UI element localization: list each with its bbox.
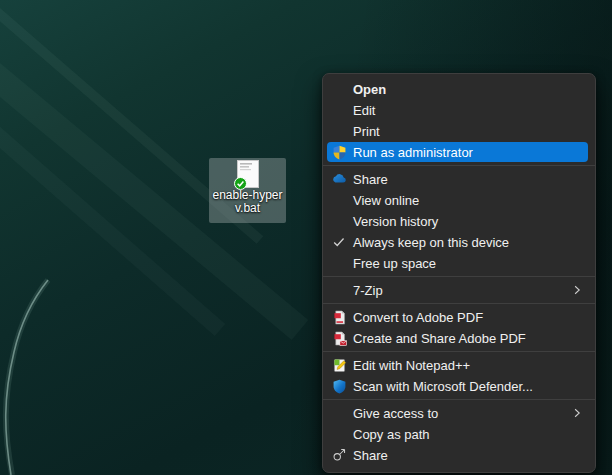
onedrive-cloud-icon <box>331 171 347 187</box>
menu-separator <box>323 276 595 277</box>
context-menu: Open Edit Print Run as administrator Sha… <box>322 73 596 473</box>
check-icon <box>331 234 347 250</box>
menu-item-icon <box>331 102 347 118</box>
menu-item-open[interactable]: Open <box>327 79 588 99</box>
uac-shield-icon <box>331 144 347 160</box>
menu-item-give-access-to[interactable]: Give access to <box>327 403 588 423</box>
menu-separator <box>323 303 595 304</box>
menu-item-always-keep-on-this-device[interactable]: Always keep on this device <box>327 232 588 252</box>
menu-item-icon <box>331 213 347 229</box>
menu-item-run-as-administrator[interactable]: Run as administrator <box>327 142 588 162</box>
menu-item-scan-with-microsoft-defender[interactable]: Scan with Microsoft Defender... <box>327 376 588 396</box>
menu-item-label: Free up space <box>353 256 436 271</box>
menu-item-label: Always keep on this device <box>353 235 509 250</box>
share-icon <box>331 447 347 463</box>
menu-item-icon <box>331 123 347 139</box>
menu-separator <box>323 399 595 400</box>
menu-item-label: 7-Zip <box>353 283 383 298</box>
menu-item-view-online[interactable]: View online <box>327 190 588 210</box>
menu-item-version-history[interactable]: Version history <box>327 211 588 231</box>
defender-shield-icon <box>331 378 347 394</box>
adobe-pdf-share-icon <box>331 330 347 346</box>
menu-item-7-zip[interactable]: 7-Zip <box>327 280 588 300</box>
file-label-line2: v.bat <box>201 202 294 215</box>
menu-item-share[interactable]: Share <box>327 445 588 465</box>
file-label: enable-hyper v.bat <box>201 189 294 215</box>
menu-item-label: Copy as path <box>353 427 430 442</box>
notepadpp-icon <box>331 357 347 373</box>
menu-item-label: Scan with Microsoft Defender... <box>353 379 533 394</box>
menu-separator <box>323 165 595 166</box>
menu-item-label: Give access to <box>353 406 438 421</box>
file-enable-hyperv-bat[interactable]: enable-hyper v.bat <box>209 158 286 223</box>
menu-item-print[interactable]: Print <box>327 121 588 141</box>
menu-item-label: Run as administrator <box>353 145 473 160</box>
menu-separator <box>323 351 595 352</box>
menu-item-icon <box>331 282 347 298</box>
menu-item-label: Print <box>353 124 380 139</box>
menu-item-label: Edit with Notepad++ <box>353 358 470 373</box>
menu-item-label: View online <box>353 193 419 208</box>
menu-item-copy-as-path[interactable]: Copy as path <box>327 424 588 444</box>
adobe-pdf-icon <box>331 309 347 325</box>
menu-item-label: Version history <box>353 214 438 229</box>
menu-item-edit-with-notepad[interactable]: Edit with Notepad++ <box>327 355 588 375</box>
menu-item-share[interactable]: Share <box>327 169 588 189</box>
menu-item-edit[interactable]: Edit <box>327 100 588 120</box>
menu-item-icon <box>331 192 347 208</box>
menu-item-label: Convert to Adobe PDF <box>353 310 483 325</box>
menu-item-create-and-share-adobe-pdf[interactable]: Create and Share Adobe PDF <box>327 328 588 348</box>
menu-item-convert-to-adobe-pdf[interactable]: Convert to Adobe PDF <box>327 307 588 327</box>
menu-item-icon <box>331 255 347 271</box>
menu-item-label: Create and Share Adobe PDF <box>353 331 526 346</box>
bat-file-icon <box>237 160 259 188</box>
chevron-right-icon <box>570 283 584 297</box>
menu-item-label: Edit <box>353 103 375 118</box>
menu-item-icon <box>331 426 347 442</box>
menu-item-icon <box>331 81 347 97</box>
menu-item-label: Open <box>353 82 386 97</box>
menu-item-label: Share <box>353 172 388 187</box>
menu-item-icon <box>331 405 347 421</box>
menu-item-free-up-space[interactable]: Free up space <box>327 253 588 273</box>
menu-item-label: Share <box>353 448 388 463</box>
chevron-right-icon <box>570 406 584 420</box>
